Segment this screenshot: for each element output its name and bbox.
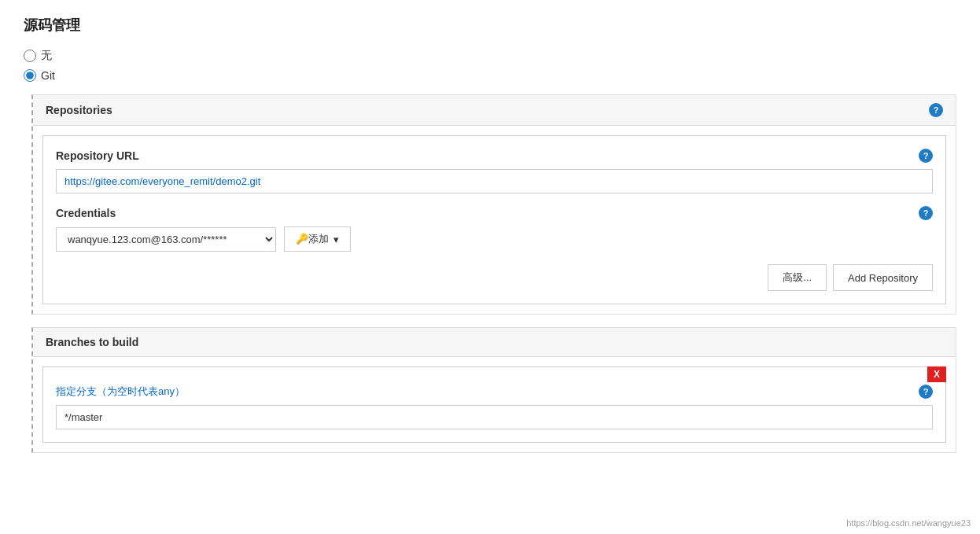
credentials-row: wanqyue.123.com@163.com/****** 🔑添加 ▾ <box>56 226 933 252</box>
delete-branch-button[interactable]: X <box>927 366 946 382</box>
radio-none-input[interactable] <box>24 50 36 62</box>
page-container: 源码管理 无 Git Repositories ? Repository URL… <box>0 0 980 534</box>
repositories-section-title: Repositories <box>46 104 112 116</box>
branch-field-label-row: 指定分支（为空时代表any） ? <box>56 385 933 399</box>
radio-git-label: Git <box>41 69 55 82</box>
credentials-field-row: Credentials ? wanqyue.123.com@163.com/**… <box>56 206 933 252</box>
actions-row: 高级... Add Repository <box>56 264 933 291</box>
radio-git[interactable]: Git <box>24 69 956 82</box>
radio-none[interactable]: 无 <box>24 49 956 63</box>
credentials-field-label: Credentials <box>56 207 116 219</box>
branches-section-header: Branches to build <box>33 328 956 357</box>
branch-help-icon[interactable]: ? <box>919 385 933 399</box>
add-repository-button-label: Add Repository <box>848 272 918 284</box>
url-label-row: Repository URL ? <box>56 149 933 163</box>
repositories-inner-panel: Repository URL ? Credentials ? wanqyue.1… <box>42 135 946 304</box>
branches-inner-panel: X 指定分支（为空时代表any） ? <box>42 366 946 443</box>
radio-git-input[interactable] <box>24 69 36 82</box>
url-help-icon[interactable]: ? <box>919 149 933 163</box>
add-credentials-label: 🔑添加 <box>296 232 329 246</box>
branch-input[interactable] <box>56 405 933 429</box>
page-title: 源码管理 <box>24 16 956 35</box>
repositories-help-icon[interactable]: ? <box>929 103 943 117</box>
advanced-button-label: 高级... <box>783 271 812 283</box>
radio-none-label: 无 <box>41 49 52 63</box>
credentials-help-icon[interactable]: ? <box>919 206 933 220</box>
repository-url-input[interactable] <box>56 169 933 193</box>
watermark: https://blog.csdn.net/wangyue23 <box>846 518 971 528</box>
delete-branch-label: X <box>934 369 940 380</box>
add-credentials-button[interactable]: 🔑添加 ▾ <box>284 226 351 252</box>
add-credentials-dropdown-arrow: ▾ <box>333 234 339 245</box>
credentials-label-row: Credentials ? <box>56 206 933 220</box>
url-field-label: Repository URL <box>56 149 139 162</box>
branches-section-title: Branches to build <box>46 336 138 348</box>
url-field-row: Repository URL ? <box>56 149 933 193</box>
credentials-select[interactable]: wanqyue.123.com@163.com/****** <box>56 227 276 252</box>
repositories-section: Repositories ? Repository URL ? Credenti… <box>31 94 956 315</box>
advanced-button[interactable]: 高级... <box>768 264 827 291</box>
branches-section: Branches to build X 指定分支（为空时代表any） ? <box>31 327 956 453</box>
repositories-section-header: Repositories ? <box>33 95 956 126</box>
radio-group: 无 Git <box>24 49 956 82</box>
branch-field-label: 指定分支（为空时代表any） <box>56 385 185 399</box>
add-repository-button[interactable]: Add Repository <box>833 264 933 291</box>
